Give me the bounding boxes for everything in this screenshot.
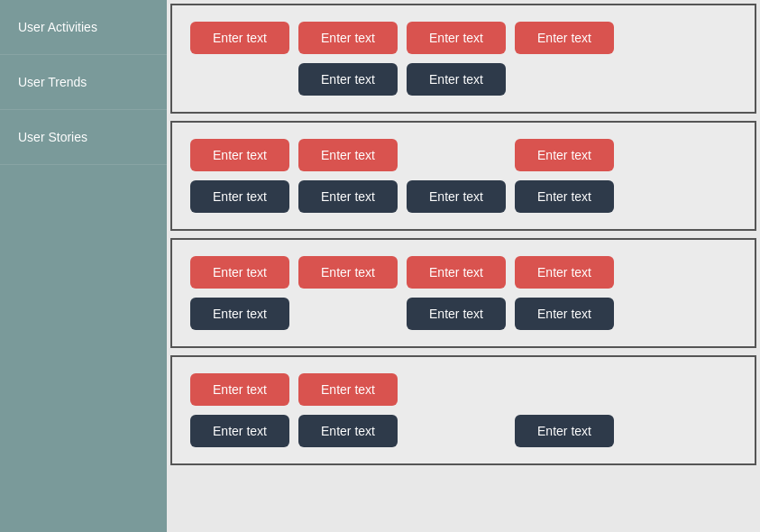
button-4-2-4[interactable]: Enter text <box>515 415 614 447</box>
button-3-1-2[interactable]: Enter text <box>298 256 398 289</box>
sidebar-item-user-trends[interactable]: User Trends <box>0 55 167 110</box>
button-1-1-4[interactable]: Enter text <box>515 22 614 54</box>
button-row-1-2: Enter textEnter text <box>190 63 737 96</box>
button-1-1-2[interactable]: Enter text <box>298 22 398 54</box>
button-row-2-1: Enter textEnter textEnter text <box>190 139 737 171</box>
button-2-1-2[interactable]: Enter text <box>298 139 398 171</box>
button-1-1-1[interactable]: Enter text <box>190 22 289 54</box>
button-row-1-1: Enter textEnter textEnter textEnter text <box>190 22 737 54</box>
button-4-2-1[interactable]: Enter text <box>190 415 289 447</box>
button-1-2-3[interactable]: Enter text <box>407 63 506 96</box>
sidebar-item-user-activities[interactable]: User Activities <box>0 0 167 55</box>
button-1-2-2[interactable]: Enter text <box>298 63 398 96</box>
sidebar-item-user-stories[interactable]: User Stories <box>0 110 167 165</box>
button-1-1-3[interactable]: Enter text <box>407 22 506 54</box>
button-row-2-2: Enter textEnter textEnter textEnter text <box>190 180 737 213</box>
button-4-1-1[interactable]: Enter text <box>190 373 289 406</box>
button-3-2-1[interactable]: Enter text <box>190 298 289 330</box>
button-2-2-2[interactable]: Enter text <box>298 180 398 213</box>
button-2-2-4[interactable]: Enter text <box>515 180 614 213</box>
button-4-1-2[interactable]: Enter text <box>298 373 398 406</box>
section-2: Enter textEnter textEnter textEnter text… <box>170 121 756 231</box>
main-content: Enter textEnter textEnter textEnter text… <box>167 0 760 532</box>
sidebar: User Activities User Trends User Stories <box>0 0 167 532</box>
button-row-4-1: Enter textEnter text <box>190 373 737 406</box>
button-2-2-3[interactable]: Enter text <box>407 180 506 213</box>
button-4-2-2[interactable]: Enter text <box>298 415 398 447</box>
section-3: Enter textEnter textEnter textEnter text… <box>170 238 756 348</box>
button-3-2-3[interactable]: Enter text <box>407 298 506 330</box>
button-3-1-3[interactable]: Enter text <box>407 256 506 289</box>
button-row-3-2: Enter textEnter textEnter text <box>190 298 737 330</box>
button-3-1-4[interactable]: Enter text <box>515 256 614 289</box>
button-2-2-1[interactable]: Enter text <box>190 180 289 213</box>
button-3-2-4[interactable]: Enter text <box>515 298 614 330</box>
section-1: Enter textEnter textEnter textEnter text… <box>170 4 756 114</box>
button-row-3-1: Enter textEnter textEnter textEnter text <box>190 256 737 289</box>
section-4: Enter textEnter textEnter textEnter text… <box>170 355 756 465</box>
button-3-1-1[interactable]: Enter text <box>190 256 289 289</box>
button-2-1-1[interactable]: Enter text <box>190 139 289 171</box>
button-2-1-4[interactable]: Enter text <box>515 139 614 171</box>
button-row-4-2: Enter textEnter textEnter text <box>190 415 737 447</box>
